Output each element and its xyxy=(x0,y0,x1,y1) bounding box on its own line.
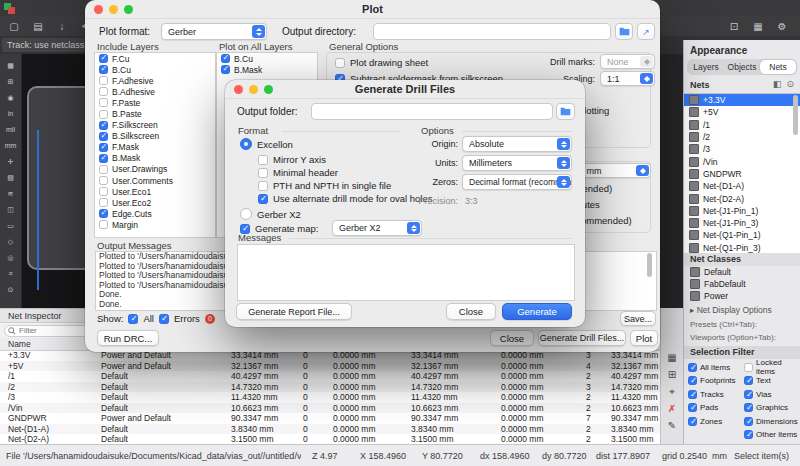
net-inspector-row[interactable]: /2 Default 14.7320 mm 0 0.0000 mm 14.732… xyxy=(0,382,660,393)
filter-checkbox[interactable] xyxy=(688,417,697,426)
tab-nets[interactable]: Nets xyxy=(760,60,796,74)
grid-settings-icon[interactable]: ▦ xyxy=(750,21,766,32)
filter-checkbox[interactable] xyxy=(688,403,697,412)
layer-checkbox[interactable] xyxy=(99,209,108,218)
show-errors-checkbox[interactable] xyxy=(159,314,169,324)
net-color-swatch[interactable] xyxy=(689,95,699,105)
filter-text[interactable]: Text xyxy=(744,376,798,386)
layer-row[interactable]: B.Mask xyxy=(217,64,317,75)
net-inspector-row[interactable]: +5V Power and Default 32.1367 mm 0 0.000… xyxy=(0,361,660,372)
drill-marks-select[interactable]: None xyxy=(600,54,655,69)
net-color-swatch[interactable] xyxy=(689,218,699,228)
layer-checkbox[interactable] xyxy=(221,54,230,63)
highlight-net-icon[interactable]: ⊙ xyxy=(3,284,19,295)
browse-folder-button[interactable] xyxy=(615,23,633,40)
filter-checkbox[interactable] xyxy=(688,363,697,372)
net-color-swatch[interactable] xyxy=(689,169,699,179)
plot-close-button[interactable]: Close xyxy=(490,330,534,346)
net-color-swatch[interactable] xyxy=(689,107,699,117)
delete-tool-icon[interactable]: ✗ xyxy=(665,403,679,414)
via-display-mode-icon[interactable]: ◎ xyxy=(3,252,19,263)
plot-format-select[interactable]: Gerber xyxy=(161,23,267,40)
layer-checkbox[interactable] xyxy=(221,65,230,74)
net-list-item[interactable]: Net-(D2-A) xyxy=(684,192,800,204)
pad-display-mode-icon[interactable]: ◇ xyxy=(3,236,19,247)
net-list-item[interactable]: /1 xyxy=(684,119,800,131)
gerber-x2-option[interactable]: Gerber X2 xyxy=(240,208,301,220)
net-inspector-row[interactable]: Net-(D1-A) Default 3.8340 mm 0 0.0000 mm… xyxy=(0,424,660,435)
filter-graphics[interactable]: Graphics xyxy=(744,403,798,413)
layer-row[interactable]: B.Paste xyxy=(95,108,215,119)
map-format-select[interactable]: Gerber X2 xyxy=(332,220,422,236)
filter-dimensions[interactable]: Dimensions xyxy=(744,416,798,426)
layer-checkbox[interactable] xyxy=(99,110,108,119)
layer-row[interactable]: B.Silkscreen xyxy=(95,131,215,142)
excellon-radio[interactable] xyxy=(240,138,252,150)
net-list-item[interactable]: Net-(Q1-Pin_3) xyxy=(684,242,800,254)
net-class-item[interactable]: Default xyxy=(690,266,800,278)
units-mils-icon[interactable]: mil xyxy=(3,124,19,135)
origin-select[interactable]: Absolute xyxy=(462,136,572,152)
net-color-swatch[interactable] xyxy=(689,181,699,191)
save-messages-button[interactable]: Save... xyxy=(620,311,656,326)
filter-checkbox[interactable] xyxy=(688,376,697,385)
layer-row[interactable]: F.Adhesive xyxy=(95,75,215,86)
curved-ratsnest-icon[interactable]: ≋ xyxy=(3,188,19,199)
net-color-swatch[interactable] xyxy=(689,157,699,167)
units-millimeters-icon[interactable]: mm xyxy=(3,140,19,151)
filter-checkbox[interactable] xyxy=(744,403,753,412)
layer-checkbox[interactable] xyxy=(99,76,108,85)
net-color-swatch[interactable] xyxy=(689,144,699,154)
net-class-item[interactable]: Power xyxy=(690,290,800,302)
save-icon[interactable]: ↓ xyxy=(54,21,70,32)
filter-pads[interactable]: Pads xyxy=(688,403,744,413)
minimal-header-checkbox[interactable] xyxy=(258,168,268,178)
net-class-color-swatch[interactable] xyxy=(690,279,700,289)
filter-all-items[interactable]: All items xyxy=(688,362,744,372)
layer-checkbox[interactable] xyxy=(99,54,108,63)
filter-checkbox[interactable] xyxy=(744,417,753,426)
layer-checkbox[interactable] xyxy=(99,220,108,229)
layer-row[interactable]: B.Mask xyxy=(95,153,215,164)
mirror-y-checkbox[interactable] xyxy=(258,155,268,165)
filter-other-items[interactable]: Other items xyxy=(744,430,798,440)
layer-checkbox[interactable] xyxy=(99,65,108,74)
tab-objects[interactable]: Objects xyxy=(724,60,760,74)
layer-checkbox[interactable] xyxy=(99,154,108,163)
net-display-options-toggle[interactable]: ▸ Net Display Options xyxy=(690,305,772,315)
layer-row[interactable]: B.Adhesive xyxy=(95,86,215,97)
excellon-option[interactable]: Excellon xyxy=(240,138,293,150)
filter-tracks[interactable]: Tracks xyxy=(688,389,744,399)
filter-checkbox[interactable] xyxy=(744,430,753,439)
layer-row[interactable]: User.Comments xyxy=(95,175,215,186)
net-list-item[interactable]: +5V xyxy=(684,106,800,118)
net-inspector-row[interactable]: GNDPWR Power and Default 90.3347 mm 0 0.… xyxy=(0,413,660,424)
open-directory-button[interactable]: ↗ xyxy=(637,23,655,40)
grid-origin-icon[interactable]: ⊞ xyxy=(3,76,19,87)
track-display-mode-icon[interactable]: ≡ xyxy=(3,268,19,279)
layer-row[interactable]: User.Eco1 xyxy=(95,186,215,197)
layer-row[interactable]: B.Cu xyxy=(95,64,215,75)
layer-checkbox[interactable] xyxy=(99,198,108,207)
filter-zones[interactable]: Zones xyxy=(688,416,744,426)
net-highlight-icon[interactable]: ⊙ xyxy=(786,79,794,89)
net-color-swatch[interactable] xyxy=(689,132,699,142)
ratsnest-visibility-icon[interactable]: ▧ xyxy=(3,172,19,183)
gerber-x2-radio[interactable] xyxy=(240,208,252,220)
net-color-swatch[interactable] xyxy=(689,230,699,240)
layer-checkbox[interactable] xyxy=(99,165,108,174)
mirror-y-option[interactable]: Mirror Y axis xyxy=(258,154,326,165)
minimal-header-option[interactable]: Minimal header xyxy=(258,167,338,178)
generate-report-file-button[interactable]: Generate Report File... xyxy=(236,303,352,320)
pth-npth-option[interactable]: PTH and NPTH in single file xyxy=(258,180,391,191)
layer-row[interactable]: F.Cu xyxy=(95,53,215,64)
net-list-item[interactable]: /3 xyxy=(684,143,800,155)
layer-row[interactable]: Margin xyxy=(95,219,215,230)
zone-outline-mode-icon[interactable]: ▭ xyxy=(3,220,19,231)
net-list-scrollbar[interactable] xyxy=(793,95,798,135)
zoom-select-icon[interactable]: ⊞ xyxy=(665,369,679,380)
output-directory-input[interactable] xyxy=(373,23,611,40)
drill-messages-box[interactable] xyxy=(237,244,575,301)
polar-coordinates-icon[interactable]: ◉ xyxy=(3,92,19,103)
net-class-color-swatch[interactable] xyxy=(690,267,700,277)
